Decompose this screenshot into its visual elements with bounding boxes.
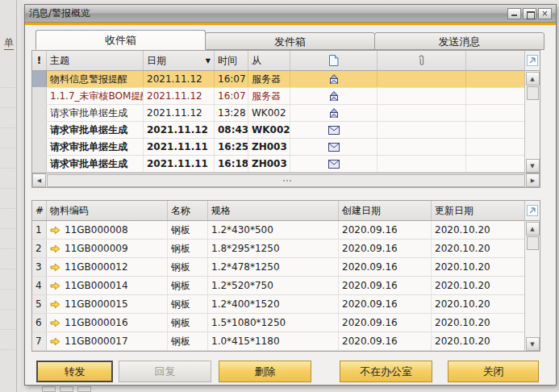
row-selector[interactable] — [32, 71, 47, 87]
title-bar[interactable]: 消息/警报概览 × — [25, 5, 556, 23]
item-created-date: 2020.09.16 — [339, 258, 432, 276]
row-number: 4 — [32, 277, 47, 294]
row-selector[interactable] — [32, 122, 47, 138]
item-row[interactable]: 2 11GB000009钢板1.8*295*12502020.09.162020… — [32, 240, 524, 258]
message-envelope-cell — [290, 88, 378, 104]
attachment-cell — [378, 139, 466, 155]
sort-descending-icon[interactable]: ▼ — [206, 57, 211, 65]
link-arrow-icon[interactable] — [50, 263, 60, 272]
row-number: 1 — [32, 221, 47, 239]
scrollbar-thumb[interactable] — [527, 86, 539, 100]
envelope-closed-icon[interactable] — [327, 159, 340, 169]
col-header-time[interactable]: 时间 — [215, 51, 248, 70]
message-subject: 1.1.7_未审核BOM提醒 — [47, 88, 144, 104]
tab-inbox[interactable]: 收件箱 — [35, 30, 206, 50]
col-header-index[interactable]: # — [32, 201, 47, 220]
envelope-open-icon[interactable] — [327, 90, 340, 102]
tab-outbox[interactable]: 发件箱 — [205, 32, 375, 50]
col-header-subject[interactable]: 主题 — [47, 51, 144, 70]
scroll-right-button[interactable]: ▶ — [526, 173, 540, 187]
row-selector[interactable] — [32, 156, 47, 172]
message-envelope-cell — [290, 105, 378, 121]
message-envelope-cell — [290, 122, 378, 138]
link-arrow-icon[interactable] — [50, 226, 60, 235]
horizontal-scrollbar-thumb[interactable] — [47, 174, 525, 187]
message-from: ZH003 — [248, 139, 290, 155]
window-title: 消息/警报概览 — [29, 6, 90, 20]
attachment-cell — [378, 156, 466, 172]
messages-horizontal-scrollbar[interactable]: ◀ ▶ — [32, 173, 540, 187]
close-button[interactable]: 关闭 — [448, 361, 539, 382]
link-arrow-icon[interactable] — [50, 300, 60, 309]
message-row[interactable]: 1.1.7_未审核BOM提醒2021.11.1216:07服务器 — [32, 88, 524, 105]
item-row[interactable]: 3 11GB000012钢板1.2*478*12502020.09.162020… — [32, 258, 524, 277]
items-table: # 物料编码 名称 规格 创建日期 更新日期 1 11GB000008钢板1.2… — [31, 200, 540, 352]
col-header-document[interactable] — [290, 51, 378, 70]
scrollbar-track[interactable] — [527, 100, 539, 159]
scroll-up-button[interactable]: ▲ — [526, 222, 540, 236]
message-subject: 物料信息警报提醒 — [47, 71, 144, 87]
delete-button[interactable]: 删除 — [219, 361, 311, 382]
scroll-left-button[interactable]: ◀ — [32, 173, 46, 187]
row-selector[interactable] — [32, 105, 47, 121]
col-header-updated-date[interactable]: 更新日期 — [432, 201, 524, 220]
item-created-date: 2020.09.16 — [339, 221, 432, 239]
scroll-up-button[interactable]: ▲ — [526, 72, 540, 85]
col-header-alert[interactable]: ! — [32, 51, 47, 70]
tab-send-message[interactable]: 发送消息 — [374, 32, 544, 50]
message-row[interactable]: 请求审批单据生成2021.11.1116:25ZH003 — [32, 139, 524, 156]
envelope-closed-icon[interactable] — [327, 125, 340, 136]
expand-arrow-icon[interactable] — [527, 55, 538, 66]
item-row[interactable]: 4 11GB000014钢板1.2*520*7502020.09.162020.… — [32, 277, 524, 295]
envelope-open-icon[interactable] — [327, 73, 340, 85]
attachment-cell — [378, 122, 466, 138]
item-name: 钢板 — [168, 240, 208, 257]
envelope-open-icon[interactable] — [327, 106, 340, 119]
items-vertical-scrollbar[interactable]: ▲ ▼ — [525, 221, 540, 351]
message-row[interactable]: 请求审批单据生成2021.11.1208:43WK002 — [32, 122, 524, 139]
link-arrow-icon[interactable] — [50, 337, 60, 346]
row-selector[interactable] — [32, 139, 47, 155]
item-row[interactable]: 7 11GB000017钢板1.0*415*11802020.09.162020… — [32, 332, 524, 351]
message-date: 2021.11.11 — [144, 156, 215, 172]
item-code-text: 11GB000009 — [65, 243, 128, 254]
link-arrow-icon[interactable] — [50, 319, 60, 327]
message-time: 08:43 — [215, 122, 248, 138]
message-row[interactable]: 物料信息警报提醒2021.11.1216:07服务器 — [32, 71, 524, 88]
item-row[interactable]: 6 11GB000016钢板1.5*1080*12502020.09.16202… — [32, 314, 524, 332]
col-header-item-spec[interactable]: 规格 — [208, 201, 339, 220]
expand-arrow-icon[interactable] — [527, 205, 538, 216]
item-row[interactable]: 1 11GB000008钢板1.2*430*5002020.09.162020.… — [32, 221, 524, 240]
maximize-button[interactable] — [523, 8, 536, 19]
message-row[interactable]: 请求审批单据生成2021.11.1213:28WK002 — [32, 105, 524, 122]
col-header-created-date[interactable]: 创建日期 — [339, 201, 432, 220]
out-of-office-button[interactable]: 不在办公室 — [340, 361, 432, 382]
filler-cell — [466, 71, 524, 87]
col-header-from[interactable]: 从 — [248, 51, 290, 70]
scrollbar-thumb[interactable] — [527, 236, 539, 250]
scroll-down-button[interactable]: ▼ — [526, 337, 540, 351]
row-selector[interactable] — [32, 88, 47, 104]
col-header-item-code[interactable]: 物料编码 — [47, 201, 168, 220]
col-header-item-name[interactable]: 名称 — [168, 201, 208, 220]
link-arrow-icon[interactable] — [50, 281, 60, 290]
forward-button[interactable]: 转发 — [36, 361, 113, 382]
envelope-closed-icon[interactable] — [327, 142, 340, 152]
minimize-button[interactable] — [507, 8, 521, 19]
close-window-button[interactable]: × — [538, 8, 552, 19]
scroll-down-button[interactable]: ▼ — [526, 159, 540, 173]
messages-vertical-scrollbar[interactable]: ▲ ▼ — [525, 71, 540, 173]
scrollbar-track[interactable] — [527, 250, 539, 337]
message-subject: 请求审批单据生成 — [47, 105, 144, 121]
item-code-text: 11GB000014 — [65, 280, 128, 291]
background-grid-lines — [0, 68, 15, 358]
link-arrow-icon[interactable] — [50, 244, 60, 253]
message-row[interactable]: 请求审批单据生成2021.11.1116:18ZH003 — [32, 156, 524, 173]
item-name: 钢板 — [168, 314, 208, 332]
col-header-date[interactable]: 日期 ▼ — [144, 51, 215, 70]
message-date: 2021.11.12 — [144, 122, 215, 138]
message-envelope-cell — [290, 156, 378, 172]
scrollbar-grip[interactable] — [282, 178, 291, 183]
col-header-attachment[interactable] — [378, 51, 466, 70]
item-row[interactable]: 5 11GB000015钢板1.2*400*15202020.09.162020… — [32, 295, 524, 314]
